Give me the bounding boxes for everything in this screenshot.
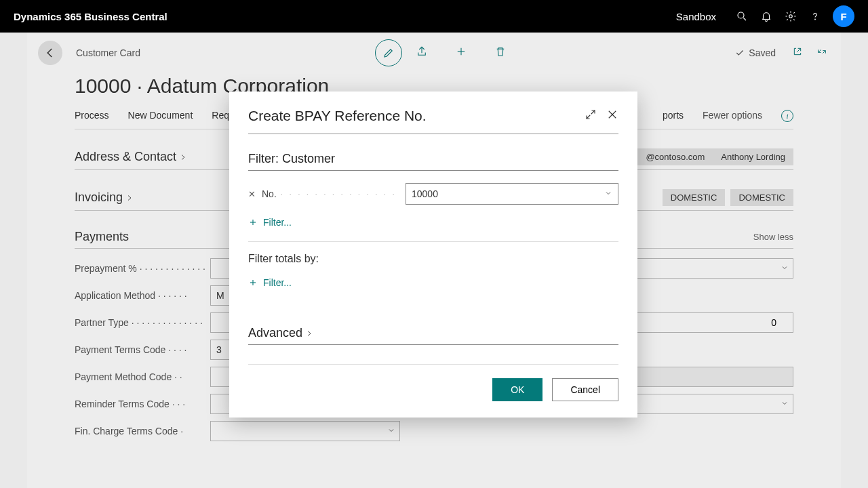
chevron-down-icon bbox=[781, 399, 789, 409]
avatar[interactable]: F bbox=[833, 5, 854, 27]
chevron-right-icon bbox=[125, 194, 134, 202]
share-icon[interactable] bbox=[416, 45, 428, 60]
label-payment-terms: Payment Terms Code · · · · bbox=[75, 344, 210, 355]
label-prepayment: Prepayment % · · · · · · · · · · · · · bbox=[75, 263, 210, 274]
expand-icon[interactable] bbox=[575, 108, 597, 123]
filter-totals-heading: Filter totals by: bbox=[248, 253, 618, 265]
tab-process[interactable]: Process bbox=[75, 110, 109, 122]
contact-email: @contoso.com bbox=[637, 148, 713, 165]
advanced-heading[interactable]: Advanced bbox=[248, 326, 302, 340]
tab-new-document[interactable]: New Document bbox=[128, 110, 193, 122]
add-totals-filter-button[interactable]: Filter... bbox=[248, 277, 618, 288]
delete-icon[interactable] bbox=[494, 45, 507, 60]
saved-indicator: Saved bbox=[735, 47, 776, 58]
chevron-right-icon bbox=[179, 153, 187, 161]
back-button[interactable] bbox=[38, 41, 62, 65]
collapse-icon[interactable] bbox=[816, 46, 827, 60]
bell-icon[interactable] bbox=[754, 4, 778, 28]
top-bar: Dynamics 365 Business Central Sandbox F bbox=[0, 0, 868, 33]
dialog-title: Create BPAY Reference No. bbox=[248, 108, 427, 124]
close-icon[interactable] bbox=[597, 108, 618, 123]
environment-label: Sandbox bbox=[676, 11, 716, 22]
svg-point-2 bbox=[789, 15, 793, 18]
input-fin-charge[interactable] bbox=[210, 421, 400, 441]
tab-reports[interactable]: ports bbox=[663, 110, 684, 122]
svg-point-3 bbox=[815, 19, 816, 20]
section-address-title[interactable]: Address & Contact bbox=[75, 150, 176, 164]
edit-button[interactable] bbox=[375, 39, 402, 66]
show-less-link[interactable]: Show less bbox=[753, 232, 793, 242]
create-bpay-dialog: Create BPAY Reference No. Filter: Custom… bbox=[229, 92, 637, 418]
filter-no-label: No. bbox=[262, 188, 277, 199]
add-filter-button[interactable]: Filter... bbox=[248, 217, 618, 228]
search-icon[interactable] bbox=[730, 4, 754, 28]
invoicing-badge: DOMESTIC bbox=[663, 189, 726, 206]
fewer-options[interactable]: Fewer options bbox=[703, 110, 762, 122]
contact-name: Anthony Lording bbox=[713, 148, 793, 165]
label-reminder-terms: Reminder Terms Code · · · bbox=[75, 399, 210, 409]
label-payment-method: Payment Method Code · · bbox=[75, 371, 210, 382]
new-icon[interactable] bbox=[455, 45, 467, 60]
chevron-down-icon bbox=[781, 263, 789, 274]
invoicing-badge: DOMESTIC bbox=[730, 189, 793, 206]
info-icon[interactable]: i bbox=[781, 110, 793, 122]
svg-line-1 bbox=[743, 18, 746, 20]
filter-customer-heading: Filter: Customer bbox=[248, 152, 618, 171]
chevron-down-icon bbox=[387, 426, 395, 436]
label-partner-type: Partner Type · · · · · · · · · · · · · · bbox=[75, 317, 210, 328]
chevron-right-icon bbox=[305, 329, 313, 338]
ok-button[interactable]: OK bbox=[492, 378, 542, 401]
popout-icon[interactable] bbox=[792, 46, 803, 60]
gear-icon[interactable] bbox=[778, 4, 803, 28]
help-icon[interactable] bbox=[803, 4, 827, 28]
breadcrumb: Customer Card bbox=[76, 47, 140, 58]
app-title: Dynamics 365 Business Central bbox=[14, 11, 167, 22]
cancel-button[interactable]: Cancel bbox=[552, 378, 618, 401]
chevron-down-icon[interactable] bbox=[604, 188, 612, 199]
remove-filter-icon[interactable]: ✕ bbox=[248, 189, 258, 199]
svg-point-0 bbox=[738, 12, 744, 18]
label-fin-charge: Fin. Charge Terms Code · bbox=[75, 426, 210, 436]
filter-no-input[interactable]: 10000 bbox=[406, 183, 618, 205]
label-application-method: Application Method · · · · · · bbox=[75, 290, 210, 301]
section-payments-title[interactable]: Payments bbox=[75, 230, 129, 244]
section-invoicing-title[interactable]: Invoicing bbox=[75, 190, 123, 205]
